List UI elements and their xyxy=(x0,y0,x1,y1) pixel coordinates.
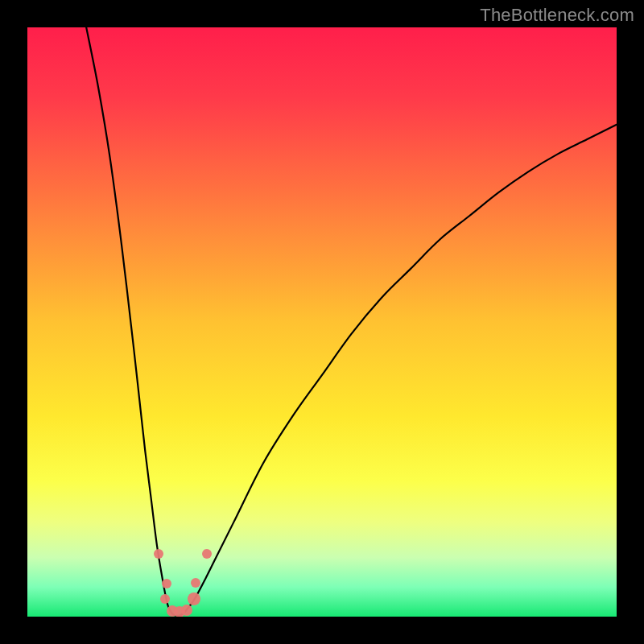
data-marker xyxy=(202,549,212,559)
svg-rect-0 xyxy=(27,27,617,617)
gradient-background xyxy=(27,27,617,617)
data-marker xyxy=(154,549,163,559)
data-marker xyxy=(191,578,200,588)
data-marker xyxy=(162,579,171,588)
chart-frame: TheBottleneck.com xyxy=(0,0,644,644)
watermark-text: TheBottleneck.com xyxy=(480,5,634,26)
plot-area xyxy=(27,27,617,617)
data-marker xyxy=(181,605,192,616)
